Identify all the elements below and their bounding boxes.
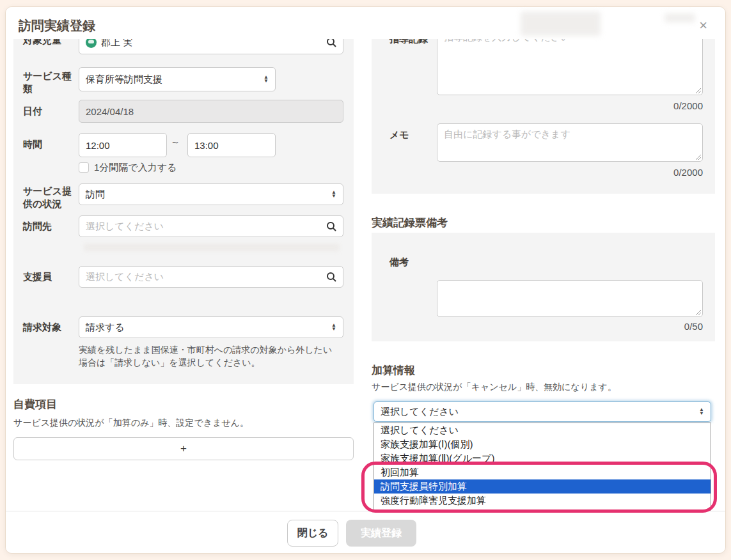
date-label: 日付 bbox=[23, 105, 78, 118]
note-label: 備考 bbox=[389, 256, 441, 268]
service-status-value: 訪問 bbox=[86, 189, 105, 201]
time-separator: ~ bbox=[172, 137, 178, 150]
addition-option[interactable]: 選択してください bbox=[374, 423, 711, 437]
staff-placeholder: 選択してください bbox=[86, 271, 164, 283]
self-pay-heading: 自費項目 bbox=[13, 397, 57, 412]
visit-record-modal: 訪問実績登録 × 対象児童 郡上 実 サービス種類 保育所等訪問支援 ▲▼ 日付 bbox=[5, 6, 726, 554]
service-type-select[interactable]: 保育所等訪問支援 ▲▼ bbox=[79, 67, 276, 91]
modal-header: 訪問実績登録 × bbox=[6, 7, 725, 39]
select-arrows-icon: ▲▼ bbox=[331, 323, 336, 331]
addition-selected-value: 選択してください bbox=[381, 406, 459, 418]
addition-option[interactable]: 初回加算 bbox=[374, 465, 711, 479]
guidance-record-label: 指導記録 bbox=[389, 39, 441, 45]
memo-textarea[interactable] bbox=[437, 123, 703, 162]
resize-handle-icon[interactable] bbox=[695, 309, 702, 316]
billing-help-line1: 実績を残したまま国保連・市町村への請求の対象から外したい bbox=[79, 343, 347, 356]
note-textarea[interactable] bbox=[437, 280, 703, 317]
addition-description: サービス提供の状況が「キャンセル」時、無効になります。 bbox=[372, 380, 617, 393]
guidance-record-counter: 0/2000 bbox=[575, 100, 703, 111]
select-arrows-icon: ▲▼ bbox=[331, 191, 336, 198]
target-child-value: 郡上 実 bbox=[101, 39, 132, 49]
staff-input[interactable]: 選択してください bbox=[79, 266, 343, 288]
redacted-text bbox=[664, 13, 695, 22]
service-type-label: サービス種類 bbox=[23, 70, 78, 95]
minute-interval-label: 1分間隔で入力する bbox=[94, 162, 177, 173]
addition-option[interactable]: 家族支援加算(Ⅰ)(個別) bbox=[374, 437, 711, 451]
minute-interval-checkbox[interactable] bbox=[79, 162, 89, 173]
redacted-text bbox=[84, 244, 340, 251]
add-self-pay-button[interactable]: + bbox=[13, 437, 354, 460]
billing-value: 請求する bbox=[86, 322, 125, 334]
addition-select[interactable]: 選択してください ▲▼ bbox=[373, 401, 711, 422]
addition-option[interactable]: 訪問支援員特別加算 bbox=[374, 479, 711, 494]
time-end-input[interactable]: 13:00 bbox=[187, 133, 276, 157]
search-icon bbox=[326, 39, 336, 47]
target-child-input[interactable]: 郡上 実 bbox=[79, 39, 343, 54]
resize-handle-icon[interactable] bbox=[695, 88, 702, 94]
redacted-text bbox=[521, 12, 601, 36]
time-label: 時間 bbox=[23, 138, 78, 151]
visit-destination-input[interactable]: 選択してください bbox=[79, 215, 343, 237]
billing-help: 実績を残したまま国保連・市町村への請求の対象から外したい 場合は「請求しない」を… bbox=[79, 343, 347, 369]
right-notes-panel: 指導記録 0/2000 メモ 0/2000 bbox=[372, 39, 715, 194]
addition-option[interactable]: ケアニーズ対応加算 bbox=[374, 508, 711, 511]
date-value: 2024/04/18 bbox=[86, 106, 134, 117]
resize-handle-icon[interactable] bbox=[695, 154, 702, 160]
addition-heading: 加算情報 bbox=[372, 363, 415, 378]
modal-footer: 閉じる 実績登録 bbox=[6, 511, 725, 553]
time-start-input[interactable]: 12:00 bbox=[79, 133, 167, 157]
left-form-panel: 対象児童 郡上 実 サービス種類 保育所等訪問支援 ▲▼ 日付 2024/04/… bbox=[13, 39, 354, 384]
date-input: 2024/04/18 bbox=[79, 100, 343, 123]
target-child-label: 対象児童 bbox=[23, 39, 78, 47]
time-start-value: 12:00 bbox=[86, 140, 110, 151]
record-sheet-note-heading: 実績記録票備考 bbox=[372, 215, 448, 230]
visit-destination-label: 訪問先 bbox=[23, 220, 78, 233]
billing-help-line2: 場合は「請求しない」を選択してください。 bbox=[79, 356, 347, 369]
select-arrows-icon: ▲▼ bbox=[263, 75, 269, 83]
service-status-select[interactable]: 訪問 ▲▼ bbox=[79, 183, 343, 205]
billing-select[interactable]: 請求する ▲▼ bbox=[79, 316, 343, 338]
visit-destination-placeholder: 選択してください bbox=[86, 221, 164, 233]
addition-options: 選択してください家族支援加算(Ⅰ)(個別)家族支援加算(Ⅱ)(グループ)初回加算… bbox=[373, 423, 711, 511]
service-type-value: 保育所等訪問支援 bbox=[86, 74, 162, 86]
search-icon bbox=[326, 272, 336, 282]
addition-option[interactable]: 強度行動障害児支援加算 bbox=[374, 494, 711, 508]
modal-title: 訪問実績登録 bbox=[19, 17, 95, 35]
close-icon[interactable]: × bbox=[699, 19, 707, 33]
memo-counter: 0/2000 bbox=[575, 167, 703, 178]
minute-interval-row: 1分間隔で入力する bbox=[79, 162, 177, 174]
staff-label: 支援員 bbox=[23, 270, 78, 283]
guidance-record-textarea[interactable] bbox=[437, 39, 703, 95]
child-avatar bbox=[86, 39, 97, 48]
self-pay-description: サービス提供の状況が「加算のみ」時、設定できません。 bbox=[13, 416, 249, 429]
close-button[interactable]: 閉じる bbox=[287, 520, 338, 547]
submit-button[interactable]: 実績登録 bbox=[346, 520, 416, 547]
memo-label: メモ bbox=[389, 128, 441, 141]
search-icon bbox=[326, 221, 336, 231]
select-arrows-icon: ▲▼ bbox=[699, 408, 704, 416]
service-status-label: サービス提供の状況 bbox=[23, 185, 78, 210]
billing-label: 請求対象 bbox=[23, 321, 78, 334]
addition-option[interactable]: 家族支援加算(Ⅱ)(グループ) bbox=[374, 451, 711, 465]
time-end-value: 13:00 bbox=[194, 140, 219, 151]
modal-body: 対象児童 郡上 実 サービス種類 保育所等訪問支援 ▲▼ 日付 2024/04/… bbox=[6, 39, 725, 511]
note-counter: 0/50 bbox=[575, 321, 703, 332]
record-note-panel: 備考 0/50 bbox=[372, 233, 715, 341]
plus-icon: + bbox=[180, 442, 187, 455]
